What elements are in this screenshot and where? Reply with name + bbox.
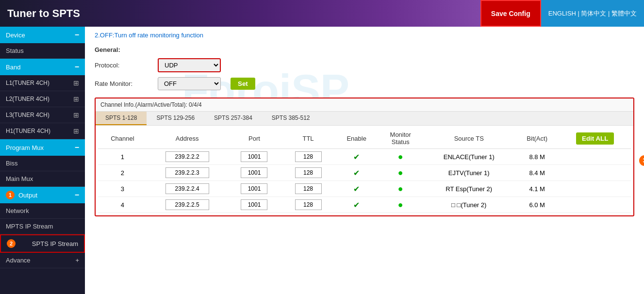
cell-ttl[interactable]	[281, 165, 335, 181]
cell-bit: 8.4 M	[515, 165, 560, 181]
enable-check-icon: ✔	[353, 185, 360, 193]
device-collapse-icon: −	[75, 31, 79, 39]
cell-port[interactable]	[227, 165, 281, 181]
sidebar: Device − Status Band − L1(TUNER 4CH) ⊞ L…	[0, 27, 85, 294]
sidebar-item-l2[interactable]: L2(TUNER 4CH) ⊞	[0, 91, 85, 107]
sidebar-label-biss: Biss	[6, 160, 18, 167]
address-input[interactable]	[165, 183, 209, 194]
col-port: Port	[227, 128, 281, 149]
port-input[interactable]	[241, 151, 267, 162]
port-input[interactable]	[241, 167, 267, 178]
tab-spts4[interactable]: SPTS 385-512	[262, 112, 320, 125]
col-enable: Enable	[335, 128, 378, 149]
col-monitor-status: MonitorStatus	[378, 128, 423, 149]
sidebar-label-spts-ip: SPTS IP Stream	[32, 240, 78, 247]
port-input[interactable]	[241, 183, 267, 194]
sidebar-label-advance: Advance	[6, 257, 31, 264]
cell-ttl[interactable]	[281, 197, 335, 213]
channel-info-bar: Channel Info.(Alarm/Active/Total): 0/4/4	[96, 98, 633, 112]
general-section: General: Protocol: UDP RTP Rate Monitor:…	[95, 46, 634, 90]
cell-port[interactable]	[227, 149, 281, 165]
sidebar-label-network: Network	[6, 207, 29, 214]
language-bar[interactable]: ENGLISH | 简体中文 | 繁體中文	[541, 0, 644, 27]
sidebar-item-mpts-ip[interactable]: MPTS IP Stream	[0, 219, 85, 234]
tab-spts3[interactable]: SPTS 257-384	[204, 112, 262, 125]
tab-spts2[interactable]: SPTS 129-256	[147, 112, 204, 125]
monitor-dot-icon: ●	[398, 152, 403, 162]
col-channel: Channel	[98, 128, 147, 149]
cell-monitor: ●	[378, 197, 423, 213]
sidebar-item-network[interactable]: Network	[0, 203, 85, 219]
edit-all-button[interactable]: Edit ALL	[576, 132, 614, 145]
protocol-label: Protocol:	[95, 62, 153, 69]
cell-action	[559, 149, 631, 165]
cell-monitor: ●	[378, 181, 423, 197]
ttl-input[interactable]	[295, 183, 322, 194]
set-button[interactable]: Set	[231, 78, 255, 90]
sidebar-item-main-mux[interactable]: Main Mux	[0, 171, 85, 187]
rate-monitor-row: Rate Monitor: OFF ON Set	[95, 77, 634, 90]
cell-address[interactable]	[147, 197, 228, 213]
content-area: ForoiSP 3 2.OFF:Turn off rate monitoring…	[85, 27, 644, 294]
ttl-input[interactable]	[295, 167, 322, 178]
general-label: General:	[95, 46, 634, 53]
protocol-select[interactable]: UDP RTP	[158, 58, 221, 72]
table-row: 2 ✔ ● EJTV(Tuner 1) 8.4 M	[98, 165, 631, 181]
sidebar-item-advance[interactable]: Advance +	[0, 253, 85, 268]
sidebar-item-h1[interactable]: H1(TUNER 4CH) ⊞	[0, 123, 85, 139]
cell-action	[559, 165, 631, 181]
sidebar-label-band: Band	[6, 64, 20, 71]
cell-channel: 4	[98, 197, 147, 213]
cell-enable: ✔	[335, 181, 378, 197]
sidebar-item-status[interactable]: Status	[0, 43, 85, 59]
sidebar-item-l3[interactable]: L3(TUNER 4CH) ⊞	[0, 107, 85, 123]
cell-source-ts: EJTV(Tuner 1)	[423, 165, 515, 181]
col-source-ts: Source TS	[423, 128, 515, 149]
address-input[interactable]	[165, 167, 209, 178]
cell-ttl[interactable]	[281, 181, 335, 197]
sidebar-item-band[interactable]: Band −	[0, 59, 85, 75]
sidebar-item-program-mux[interactable]: Program Mux −	[0, 139, 85, 156]
right-side-badge: 3	[639, 155, 644, 166]
sidebar-item-biss[interactable]: Biss	[0, 156, 85, 171]
ttl-input[interactable]	[295, 151, 322, 162]
channel-table-wrap: Channel Address Port TTL Enable MonitorS…	[96, 126, 633, 215]
sidebar-label-main-mux: Main Mux	[6, 175, 33, 182]
monitor-dot-icon: ●	[398, 184, 403, 194]
sidebar-label-program-mux: Program Mux	[6, 144, 44, 151]
page-title: Tuner to SPTS	[7, 7, 80, 20]
h1-grid-icon: ⊞	[73, 127, 79, 135]
advance-plus-icon: +	[75, 257, 79, 264]
channel-tabs: SPTS 1-128 SPTS 129-256 SPTS 257-384 SPT…	[96, 112, 633, 126]
address-input[interactable]	[165, 199, 209, 210]
sidebar-item-l1[interactable]: L1(TUNER 4CH) ⊞	[0, 75, 85, 91]
col-edit-all: Edit ALL	[559, 128, 631, 149]
sidebar-item-device[interactable]: Device −	[0, 27, 85, 43]
port-input[interactable]	[241, 199, 267, 210]
cell-address[interactable]	[147, 149, 228, 165]
cell-channel: 3	[98, 181, 147, 197]
sidebar-label-mpts-ip: MPTS IP Stream	[6, 223, 53, 230]
save-config-button[interactable]: Save Config	[480, 0, 541, 27]
cell-bit: 8.8 M	[515, 149, 560, 165]
table-row: 3 ✔ ● RT Esp(Tuner 2) 4.1 M	[98, 181, 631, 197]
cell-source-ts: RT Esp(Tuner 2)	[423, 181, 515, 197]
l2-grid-icon: ⊞	[73, 95, 79, 103]
output-badge: 1	[6, 191, 15, 199]
enable-check-icon: ✔	[353, 153, 360, 161]
channel-area: Channel Info.(Alarm/Active/Total): 0/4/4…	[95, 98, 634, 216]
sidebar-item-spts-ip[interactable]: 2 SPTS IP Stream	[0, 234, 85, 253]
cell-address[interactable]	[147, 165, 228, 181]
cell-address[interactable]	[147, 181, 228, 197]
sidebar-item-output[interactable]: 1 Output −	[0, 187, 85, 203]
ttl-input[interactable]	[295, 199, 322, 210]
address-input[interactable]	[165, 151, 209, 162]
spts-badge: 2	[7, 239, 16, 248]
rate-monitor-select[interactable]: OFF ON	[158, 77, 221, 90]
cell-port[interactable]	[227, 197, 281, 213]
tab-spts1[interactable]: SPTS 1-128	[96, 112, 147, 125]
cell-ttl[interactable]	[281, 149, 335, 165]
main-layout: Device − Status Band − L1(TUNER 4CH) ⊞ L…	[0, 27, 644, 294]
table-row: 1 ✔ ● ENLACE(Tuner 1) 8.8 M	[98, 149, 631, 165]
cell-port[interactable]	[227, 181, 281, 197]
